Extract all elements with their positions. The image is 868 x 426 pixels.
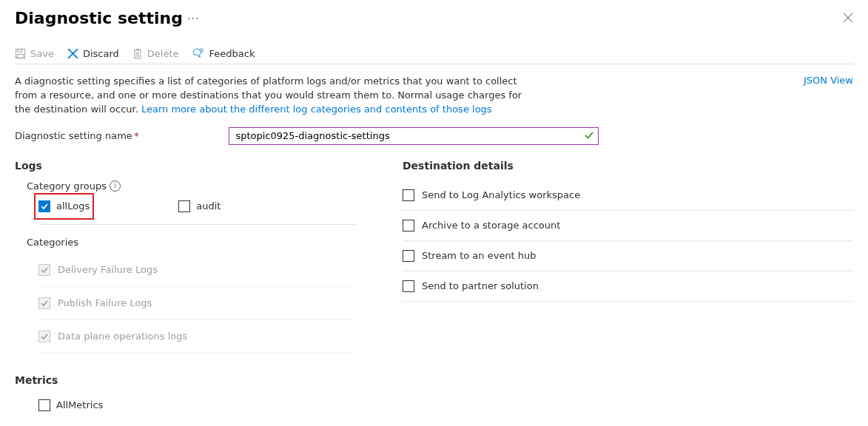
category-delivery-label: Delivery Failure Logs — [58, 264, 158, 275]
category-dataplane-label: Data plane operations logs — [58, 331, 187, 342]
group-audit[interactable]: audit — [178, 197, 221, 215]
save-button[interactable]: Save — [15, 48, 54, 59]
svg-rect-1 — [18, 49, 22, 52]
group-alllogs[interactable]: allLogs — [38, 197, 90, 215]
checkbox-dataplane — [38, 331, 50, 342]
feedback-icon — [192, 48, 205, 59]
dest-eventhub[interactable]: Stream to an event hub — [403, 241, 853, 271]
checkbox-allmetrics[interactable] — [38, 399, 50, 411]
learn-more-link[interactable]: Learn more about the different log categ… — [141, 104, 492, 115]
category-groups-header: Category groups i — [27, 180, 355, 192]
category-publish: Publish Failure Logs — [38, 287, 355, 320]
category-delivery: Delivery Failure Logs — [38, 254, 355, 287]
toolbar: Save Discard Delete — [15, 48, 853, 64]
close-icon[interactable] — [843, 12, 853, 25]
logs-title: Logs — [15, 160, 355, 172]
dest-partner[interactable]: Send to partner solution — [403, 271, 853, 302]
categories-header: Categories — [27, 237, 355, 248]
metrics-title: Metrics — [15, 374, 355, 386]
json-view-link[interactable]: JSON View — [804, 75, 853, 86]
svg-rect-2 — [17, 54, 23, 58]
info-icon[interactable]: i — [110, 180, 121, 192]
discard-label: Discard — [83, 48, 119, 59]
feedback-label: Feedback — [209, 48, 255, 59]
diagnostic-name-input[interactable] — [229, 127, 599, 145]
name-label: Diagnostic setting name* — [15, 130, 138, 141]
group-alllogs-label: allLogs — [56, 200, 90, 212]
category-dataplane: Data plane operations logs — [38, 320, 355, 354]
delete-button[interactable]: Delete — [132, 48, 179, 59]
checkbox-dest-storage[interactable] — [403, 220, 414, 231]
feedback-button[interactable]: Feedback — [192, 48, 255, 59]
delete-icon — [132, 48, 143, 59]
discard-icon — [67, 48, 78, 59]
category-publish-label: Publish Failure Logs — [58, 297, 152, 308]
checkbox-dest-partner[interactable] — [403, 280, 414, 292]
destination-title: Destination details — [403, 160, 853, 172]
svg-point-3 — [200, 49, 203, 52]
dest-storage-label: Archive to a storage account — [422, 220, 560, 231]
intro-text: A diagnostic setting specifies a list of… — [15, 75, 533, 117]
valid-check-icon — [584, 130, 594, 143]
checkbox-dest-la[interactable] — [403, 189, 414, 201]
checkbox-alllogs[interactable] — [38, 200, 50, 212]
dest-eh-label: Stream to an event hub — [422, 250, 536, 261]
more-icon[interactable]: ··· — [187, 13, 199, 24]
delete-label: Delete — [147, 48, 179, 59]
discard-button[interactable]: Discard — [67, 48, 119, 59]
checkbox-publish — [38, 297, 50, 309]
page-title: Diagnostic setting — [15, 9, 183, 27]
dest-log-analytics[interactable]: Send to Log Analytics workspace — [403, 180, 853, 211]
save-icon — [15, 48, 26, 59]
save-label: Save — [30, 48, 54, 59]
checkbox-delivery — [38, 264, 50, 276]
metric-allmetrics[interactable]: AllMetrics — [38, 395, 355, 420]
group-audit-label: audit — [196, 200, 221, 212]
dest-la-label: Send to Log Analytics workspace — [422, 189, 580, 200]
checkbox-audit[interactable] — [178, 200, 190, 212]
metric-allmetrics-label: AllMetrics — [56, 399, 103, 410]
checkbox-dest-eh[interactable] — [403, 250, 414, 262]
dest-storage[interactable]: Archive to a storage account — [403, 211, 853, 241]
dest-partner-label: Send to partner solution — [422, 280, 539, 291]
